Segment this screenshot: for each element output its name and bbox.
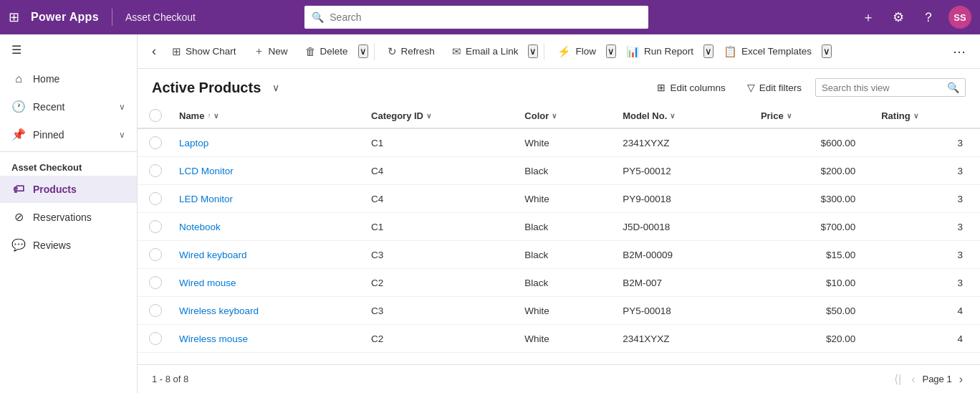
cell-category-id: C4 [362, 185, 516, 213]
row-name-link[interactable]: Wireless mouse [179, 333, 248, 344]
email-caret-button[interactable]: ∨ [528, 44, 538, 58]
main-layout: ☰ ⌂ Home 🕐 Recent ∨ 📌 Pinned ∨ Asset Che… [0, 34, 980, 393]
col-header-category-id[interactable]: Category ID ∨ [362, 103, 516, 128]
row-name-link[interactable]: Laptop [179, 138, 208, 148]
row-checkbox-cell[interactable] [138, 157, 170, 185]
select-all-header[interactable] [138, 103, 170, 128]
row-name-link[interactable]: Wireless keyboard [179, 306, 259, 316]
row-checkbox-cell[interactable] [138, 213, 170, 241]
row-checkbox[interactable] [149, 304, 162, 317]
cell-rating: 4 [873, 297, 980, 325]
global-search-bar[interactable]: 🔍 [304, 6, 648, 29]
sidebar-item-reviews[interactable]: 💬 Reviews [0, 231, 137, 259]
row-name-link[interactable]: Wired keyboard [179, 250, 247, 260]
excel-caret-button[interactable]: ∨ [822, 44, 832, 58]
row-checkbox-cell[interactable] [138, 185, 170, 213]
row-checkbox-cell[interactable] [138, 269, 170, 297]
cell-rating: 4 [873, 325, 980, 353]
col-header-price[interactable]: Price ∨ [752, 103, 873, 128]
row-name-link[interactable]: Notebook [179, 222, 221, 232]
row-checkbox[interactable] [149, 164, 162, 177]
select-all-checkbox[interactable] [149, 109, 162, 122]
more-options-icon[interactable]: ⋯ [947, 41, 971, 62]
cell-rating: 3 [873, 213, 980, 241]
sidebar-item-reservations[interactable]: ⊘ Reservations [0, 203, 137, 231]
waffle-icon[interactable]: ⊞ [9, 9, 19, 25]
new-button[interactable]: ＋ New [246, 40, 295, 62]
edit-columns-button[interactable]: ⊞ Edit columns [649, 77, 733, 98]
add-icon[interactable]: ＋ [858, 7, 878, 27]
next-page-button[interactable]: › [956, 371, 966, 387]
row-checkbox[interactable] [149, 248, 162, 261]
row-checkbox-cell[interactable] [138, 297, 170, 325]
cell-category-id: C4 [362, 157, 516, 185]
excel-templates-button[interactable]: 📋 Excel Templates [716, 41, 819, 62]
sidebar-toggle[interactable]: ☰ [0, 34, 137, 65]
cell-model-no: 2341XYXZ [614, 128, 752, 157]
cell-name: Wireless keyboard [170, 297, 362, 325]
row-checkbox[interactable] [149, 192, 162, 205]
page-navigation: ⟨| ‹ Page 1 › [891, 371, 966, 387]
sidebar-item-home[interactable]: ⌂ Home [0, 65, 137, 93]
view-actions: ⊞ Edit columns ▽ Edit filters 🔍 [649, 77, 966, 98]
show-chart-button[interactable]: ⊞ Show Chart [165, 41, 244, 62]
col-rating-label: Rating [881, 110, 910, 121]
global-search-input[interactable] [330, 11, 641, 23]
row-name-link[interactable]: Wired mouse [179, 278, 236, 288]
cell-name: Notebook [170, 213, 362, 241]
refresh-label: Refresh [401, 46, 435, 57]
col-header-name[interactable]: Name ↑ ∨ [170, 103, 362, 128]
filter-icon: ▽ [747, 82, 755, 93]
excel-templates-label: Excel Templates [741, 46, 812, 57]
content-area: ‹ ⊞ Show Chart ＋ New 🗑 Delete ∨ ↻ Refres… [138, 34, 980, 393]
columns-icon: ⊞ [657, 82, 666, 93]
search-view-box[interactable]: 🔍 [815, 78, 966, 97]
cell-category-id: C2 [362, 269, 516, 297]
search-view-input[interactable] [822, 82, 943, 93]
flow-button[interactable]: ⚡ Flow [550, 41, 603, 62]
delete-button[interactable]: 🗑 Delete [298, 41, 355, 62]
edit-columns-label: Edit columns [670, 82, 725, 93]
page-label: Page 1 [922, 374, 951, 384]
col-header-rating[interactable]: Rating ∨ [873, 103, 980, 128]
row-checkbox[interactable] [149, 220, 162, 233]
prev-page-button[interactable]: ‹ [908, 371, 918, 387]
email-link-button[interactable]: ✉ Email a Link [445, 41, 526, 62]
view-title-caret-icon[interactable]: ∨ [272, 82, 279, 93]
run-report-caret-button[interactable]: ∨ [703, 44, 714, 58]
help-icon[interactable]: ？ [918, 7, 938, 27]
settings-icon[interactable]: ⚙ [888, 7, 908, 27]
sidebar-item-products[interactable]: 🏷 Products [0, 176, 137, 203]
avatar[interactable]: SS [948, 6, 971, 29]
delete-label: Delete [320, 46, 348, 57]
row-checkbox-cell[interactable] [138, 241, 170, 269]
row-checkbox[interactable] [149, 276, 162, 289]
col-header-model-no[interactable]: Model No. ∨ [614, 103, 752, 128]
sidebar-label-home: Home [33, 73, 59, 85]
cell-color: Black [516, 269, 614, 297]
col-price-label: Price [761, 110, 784, 121]
flow-caret-button[interactable]: ∨ [606, 44, 616, 58]
row-name-link[interactable]: LED Monitor [179, 194, 233, 204]
row-checkbox[interactable] [149, 332, 162, 345]
search-icon: 🔍 [312, 11, 324, 23]
email-link-label: Email a Link [466, 46, 519, 57]
row-checkbox-cell[interactable] [138, 325, 170, 353]
row-name-link[interactable]: LCD Monitor [179, 166, 234, 176]
cell-model-no: B2M-00009 [614, 241, 752, 269]
products-icon: 🏷 [11, 183, 26, 196]
run-report-button[interactable]: 📊 Run Report [619, 41, 701, 62]
row-checkbox[interactable] [149, 136, 162, 149]
edit-filters-button[interactable]: ▽ Edit filters [739, 77, 810, 98]
refresh-button[interactable]: ↻ Refresh [380, 41, 442, 62]
table-body: Laptop C1 White 2341XYXZ $600.00 3 LCD M… [138, 128, 980, 353]
sidebar-item-recent[interactable]: 🕐 Recent ∨ [0, 93, 137, 120]
delete-caret-button[interactable]: ∨ [358, 44, 368, 58]
row-checkbox-cell[interactable] [138, 128, 170, 157]
sidebar-item-pinned[interactable]: 📌 Pinned ∨ [0, 120, 137, 148]
back-button[interactable]: ‹ [146, 39, 162, 63]
col-header-color[interactable]: Color ∨ [516, 103, 614, 128]
cell-price: $10.00 [752, 269, 873, 297]
first-page-button[interactable]: ⟨| [891, 371, 904, 387]
top-nav-right-icons: ＋ ⚙ ？ SS [858, 6, 971, 29]
